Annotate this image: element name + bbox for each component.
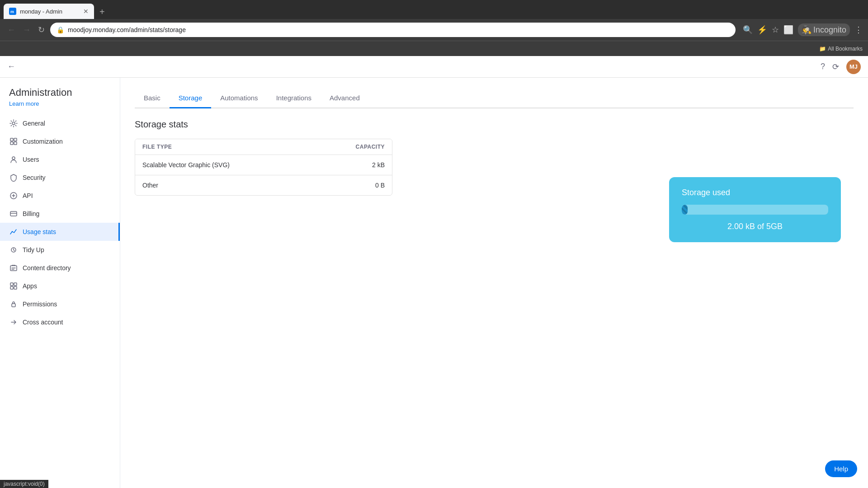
profile-icon[interactable]: ⬜ [783, 25, 793, 35]
bookmarks-bar: 📁 All Bookmarks [0, 41, 868, 56]
tab-title: monday - Admin [20, 8, 62, 15]
tab-close-button[interactable]: ✕ [83, 8, 89, 15]
browser-right-icons: 🔍 ⚡ ☆ ⬜ 🕵 Incognito ⋮ [743, 23, 863, 36]
svg-text:m: m [10, 9, 14, 14]
reload-button[interactable]: ↻ [36, 23, 47, 37]
new-tab-button[interactable]: + [96, 7, 108, 17]
active-tab[interactable]: m monday - Admin ✕ [4, 4, 94, 19]
search-icon[interactable]: 🔍 [743, 25, 753, 35]
bookmark-icon[interactable]: ☆ [772, 25, 779, 35]
address-bar[interactable]: 🔒 moodjoy.monday.com/admin/stats/storage [50, 23, 736, 37]
bookmarks-folder-icon: 📁 [819, 46, 826, 52]
bookmarks-folder[interactable]: 📁 All Bookmarks [819, 46, 863, 52]
browser-controls: ← → ↻ 🔒 moodjoy.monday.com/admin/stats/s… [0, 19, 868, 41]
browser-tabs-bar: m monday - Admin ✕ + [0, 0, 868, 19]
incognito-badge: 🕵 Incognito [798, 23, 850, 36]
tab-favicon: m [9, 8, 16, 15]
extensions-icon[interactable]: ⚡ [757, 25, 767, 35]
incognito-label: Incognito [813, 25, 846, 35]
forward-button[interactable]: → [21, 23, 33, 37]
back-button[interactable]: ← [5, 23, 17, 37]
more-options-icon[interactable]: ⋮ [854, 25, 863, 35]
url-text: moodjoy.monday.com/admin/stats/storage [68, 26, 729, 33]
lock-icon: 🔒 [57, 26, 64, 33]
